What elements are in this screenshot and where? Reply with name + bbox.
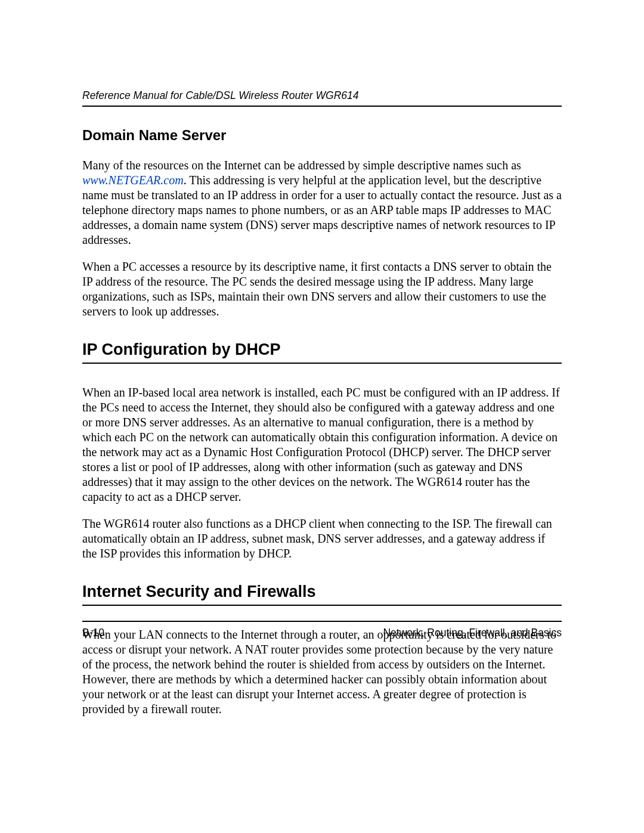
heading-firewalls: Internet Security and Firewalls <box>82 583 562 605</box>
running-header: Reference Manual for Cable/DSL Wireless … <box>82 89 562 106</box>
header-rule <box>82 106 562 107</box>
chapter-title: Network, Routing, Firewall, and Basics <box>383 627 562 639</box>
dns-paragraph-2: When a PC accesses a resource by its des… <box>82 259 562 319</box>
page-footer: B-10 Network, Routing, Firewall, and Bas… <box>82 621 562 639</box>
footer-rule <box>82 621 562 622</box>
dhcp-paragraph-1: When an IP-based local area network is i… <box>82 385 562 504</box>
page-number: B-10 <box>82 627 104 639</box>
firewall-paragraph-1: When your LAN connects to the Internet t… <box>82 627 562 717</box>
netgear-link[interactable]: www.NETGEAR.com <box>82 174 184 187</box>
heading-dhcp-rule <box>82 363 562 364</box>
heading-dns: Domain Name Server <box>82 127 562 144</box>
document-page: Reference Manual for Cable/DSL Wireless … <box>0 0 644 833</box>
dhcp-paragraph-2: The WGR614 router also functions as a DH… <box>82 516 562 561</box>
dns-paragraph-1: Many of the resources on the Internet ca… <box>82 158 562 247</box>
heading-firewalls-rule <box>82 605 562 606</box>
heading-dhcp: IP Configuration by DHCP <box>82 340 562 363</box>
dns-p1-text-a: Many of the resources on the Internet ca… <box>82 159 521 172</box>
